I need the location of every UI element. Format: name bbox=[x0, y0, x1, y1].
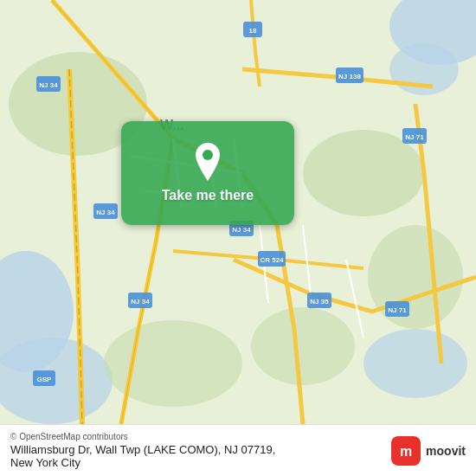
svg-text:NJ 34: NJ 34 bbox=[96, 209, 115, 216]
svg-text:GSP: GSP bbox=[37, 376, 53, 383]
address-line1: Williamsburg Dr, Wall Twp (LAKE COMO), N… bbox=[10, 443, 275, 456]
svg-text:NJ 71: NJ 71 bbox=[405, 133, 424, 141]
svg-text:CR 524: CR 524 bbox=[260, 256, 284, 264]
osm-attribution: © OpenStreetMap contributors bbox=[10, 432, 275, 441]
svg-text:NJ 138: NJ 138 bbox=[338, 73, 361, 80]
svg-point-8 bbox=[251, 307, 355, 385]
location-pin-icon bbox=[192, 143, 223, 181]
svg-point-5 bbox=[363, 329, 467, 398]
svg-text:NJ 34: NJ 34 bbox=[232, 226, 251, 234]
moovit-logo: m moovit bbox=[391, 436, 466, 466]
moovit-text: moovit bbox=[426, 444, 466, 458]
svg-text:NJ 34: NJ 34 bbox=[39, 81, 58, 89]
svg-text:NJ 35: NJ 35 bbox=[310, 298, 329, 306]
take-me-there-label: Take me there bbox=[162, 188, 254, 203]
moovit-icon: m bbox=[391, 436, 421, 466]
svg-text:NJ 71: NJ 71 bbox=[388, 306, 407, 314]
svg-text:18: 18 bbox=[249, 27, 257, 35]
bottom-bar: © OpenStreetMap contributors Williamsbur… bbox=[0, 424, 476, 476]
address-line2: New York City bbox=[10, 456, 275, 469]
attribution-area: © OpenStreetMap contributors Williamsbur… bbox=[10, 432, 275, 469]
svg-text:m: m bbox=[400, 444, 412, 459]
map-container: NJ 34 NJ 34 NJ 34 NJ 35 NJ 71 NJ 71 NJ 1… bbox=[0, 0, 476, 424]
take-me-there-button[interactable]: Take me there bbox=[121, 121, 294, 225]
svg-text:NJ 34: NJ 34 bbox=[131, 298, 150, 306]
svg-point-34 bbox=[203, 150, 213, 160]
svg-point-10 bbox=[368, 225, 463, 329]
